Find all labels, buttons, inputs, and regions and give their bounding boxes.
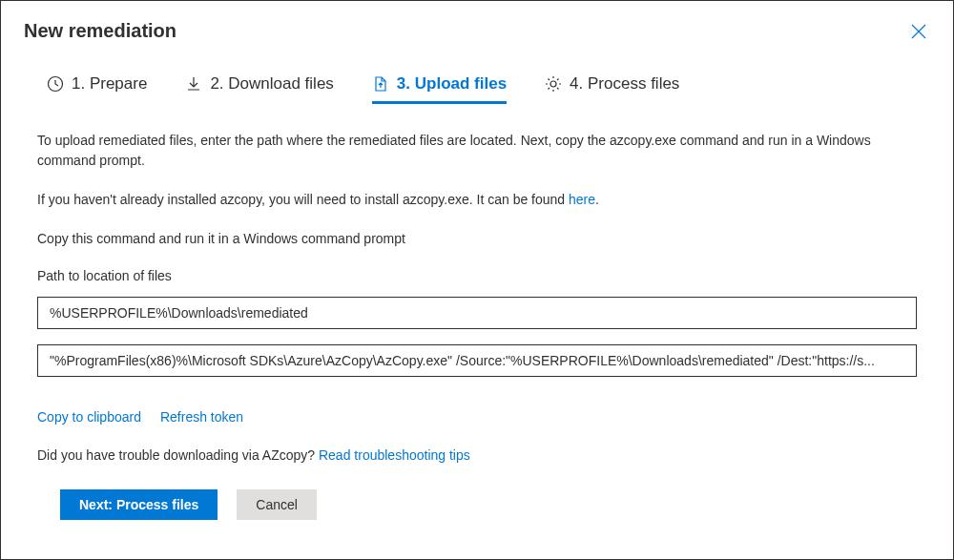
path-label: Path to location of files [37,268,917,283]
tab-label: 1. Prepare [72,74,147,93]
tab-label: 2. Download files [210,74,333,93]
tab-download[interactable]: 2. Download files [185,74,333,104]
tab-label: 4. Process files [570,74,679,93]
download-icon [185,75,202,93]
intro-text: To upload remediated files, enter the pa… [37,131,917,171]
command-input[interactable] [37,344,917,377]
clock-icon [47,75,64,93]
tab-process[interactable]: 4. Process files [545,74,679,104]
tab-upload[interactable]: 3. Upload files [372,74,507,104]
wizard-tabs: 1. Prepare 2. Download files 3. Upload f… [24,74,930,104]
svg-point-1 [550,81,556,87]
next-button[interactable]: Next: Process files [60,489,218,520]
cancel-button[interactable]: Cancel [237,489,317,520]
troubleshooting-text: Did you have trouble downloading via AZc… [37,447,917,463]
refresh-token-link[interactable]: Refresh token [160,409,243,425]
dialog-title: New remediation [24,20,176,42]
copy-clipboard-link[interactable]: Copy to clipboard [37,409,141,425]
tab-content: To upload remediated files, enter the pa… [24,131,930,520]
install-text: If you haven't already installed azcopy,… [37,190,917,210]
new-remediation-dialog: New remediation 1. Prepare 2. Download f… [0,0,954,560]
tab-label: 3. Upload files [397,74,507,93]
close-icon [911,24,926,43]
upload-file-icon [372,75,389,93]
install-here-link[interactable]: here [569,192,595,207]
dialog-buttons: Next: Process files Cancel [37,489,917,520]
path-input[interactable] [37,297,917,329]
tab-prepare[interactable]: 1. Prepare [47,74,147,104]
troubleshooting-link[interactable]: Read troubleshooting tips [319,447,470,463]
copy-instruction-text: Copy this command and run it in a Window… [37,229,917,249]
close-button[interactable] [907,20,930,46]
link-actions: Copy to clipboard Refresh token [37,409,917,425]
gear-icon [545,75,562,93]
dialog-header: New remediation [24,20,930,46]
